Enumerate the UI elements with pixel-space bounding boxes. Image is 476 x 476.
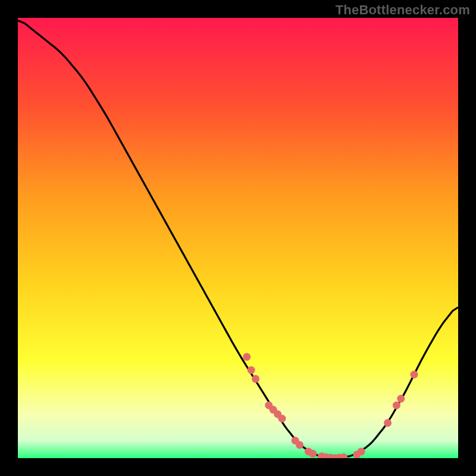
data-marker [393,402,400,409]
attribution-text: TheBottlenecker.com [336,2,470,18]
plot-area [18,18,458,458]
data-marker [278,415,286,422]
data-marker [243,353,250,361]
data-marker [248,367,255,374]
data-marker [397,395,405,403]
data-marker [411,371,418,378]
data-marker [384,419,392,427]
data-marker [309,450,317,458]
data-marker [252,375,259,383]
chart-svg [18,18,458,458]
data-marker [358,447,365,455]
gradient-background [18,18,458,458]
data-marker [296,441,303,449]
chart-container: TheBottlenecker.com [0,0,476,476]
